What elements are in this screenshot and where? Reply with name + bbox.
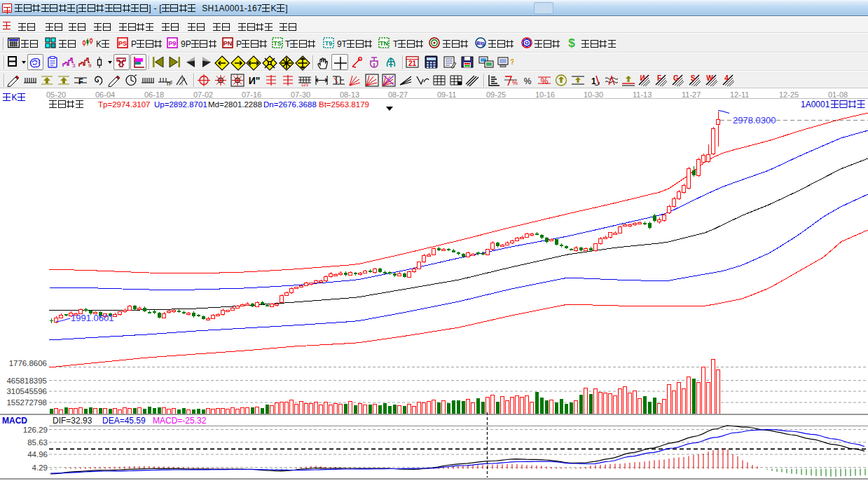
svg-text:TN: TN bbox=[380, 40, 388, 47]
svg-text:TS: TS bbox=[273, 40, 282, 47]
svg-text:123: 123 bbox=[301, 83, 309, 87]
svg-text:T9: T9 bbox=[325, 40, 333, 47]
svg-text:n²: n² bbox=[167, 80, 172, 87]
svg-text:F: F bbox=[78, 77, 83, 86]
svg-text:85.63: 85.63 bbox=[27, 438, 48, 447]
svg-text:126.29: 126.29 bbox=[23, 426, 48, 434]
svg-text:P9: P9 bbox=[168, 40, 176, 47]
svg-text:PN: PN bbox=[223, 40, 233, 47]
svg-text:1991.0601: 1991.0601 bbox=[71, 313, 113, 323]
svg-text:1A0001: 1A0001 bbox=[801, 100, 830, 109]
svg-text:DIF=32.93: DIF=32.93 bbox=[53, 416, 92, 426]
svg-text:4.29: 4.29 bbox=[32, 463, 48, 472]
svg-text:DEA=45.59: DEA=45.59 bbox=[102, 416, 146, 426]
svg-text:465818395: 465818395 bbox=[6, 377, 47, 385]
svg-text:И": И" bbox=[249, 75, 261, 86]
svg-text:9: 9 bbox=[88, 62, 92, 69]
svg-text:И: И bbox=[640, 74, 645, 82]
svg-text:310545596: 310545596 bbox=[6, 387, 47, 395]
svg-text:S: S bbox=[691, 74, 696, 82]
svg-text:W: W bbox=[706, 74, 713, 82]
svg-text:MACD=-25.32: MACD=-25.32 bbox=[153, 416, 207, 426]
svg-text:F: F bbox=[657, 74, 661, 82]
svg-text:2978.0300: 2978.0300 bbox=[733, 115, 776, 126]
svg-text:44.96: 44.96 bbox=[27, 450, 48, 459]
svg-text:1776.8606: 1776.8606 bbox=[9, 359, 47, 367]
svg-text:Big: Big bbox=[476, 41, 484, 46]
svg-text:MACD: MACD bbox=[2, 416, 27, 426]
svg-text:?: ? bbox=[510, 57, 514, 66]
svg-text:%: % bbox=[512, 79, 518, 86]
svg-text:PS: PS bbox=[118, 40, 127, 47]
svg-text:G: G bbox=[673, 74, 679, 82]
svg-text:155272798: 155272798 bbox=[6, 398, 47, 407]
svg-text:4: 4 bbox=[724, 74, 729, 82]
svg-text:21: 21 bbox=[408, 60, 417, 67]
svg-text:%: % bbox=[541, 76, 549, 86]
svg-text:$: $ bbox=[568, 37, 575, 48]
svg-text:3: 3 bbox=[72, 62, 76, 69]
svg-text:%: % bbox=[524, 76, 532, 86]
